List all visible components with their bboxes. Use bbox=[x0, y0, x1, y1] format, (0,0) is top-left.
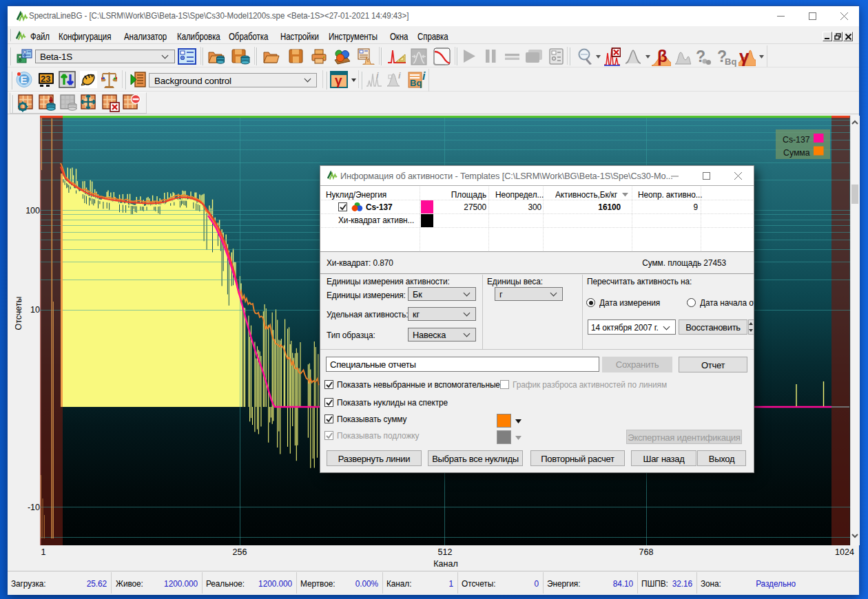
svg-text:γ: γ bbox=[335, 73, 342, 87]
svg-text:β: β bbox=[657, 48, 668, 65]
svg-text:i: i bbox=[376, 72, 379, 81]
svg-text:E: E bbox=[21, 74, 28, 85]
svg-text:Сумма: Сумма bbox=[783, 148, 810, 158]
svg-text:i: i bbox=[398, 72, 401, 81]
svg-text:γ: γ bbox=[739, 48, 750, 66]
svg-text:Cs-137: Cs-137 bbox=[783, 135, 810, 145]
svg-text:23: 23 bbox=[41, 74, 50, 84]
svg-text:i: i bbox=[422, 72, 426, 82]
svg-text:Bq: Bq bbox=[410, 78, 422, 88]
